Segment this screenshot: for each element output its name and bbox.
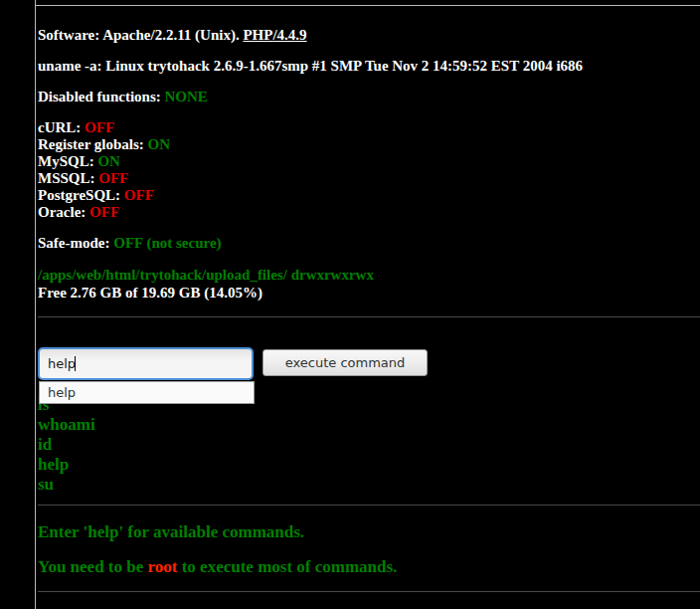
command-history-item: id <box>38 435 700 455</box>
uname-value: Linux trytohack 2.6.9-1.667smp #1 SMP Tu… <box>105 58 583 74</box>
divider <box>38 505 700 506</box>
disabled-functions-label: Disabled functions: <box>38 89 161 104</box>
command-history-list: ls whoami id help su <box>38 395 700 495</box>
uname-label: uname -a: <box>38 58 102 74</box>
status-label: cURL: <box>38 119 81 135</box>
status-mssql: MSSQL: OFF <box>38 170 700 187</box>
autocomplete-item[interactable]: help <box>40 382 254 403</box>
autocomplete-dropdown: help <box>39 381 255 404</box>
command-input-wrapper: help <box>38 347 254 380</box>
safe-mode-value: OFF (not secure) <box>113 235 221 251</box>
directory-permissions: drwxrwxrwx <box>291 267 374 283</box>
root-warning-message: You need to be root to execute most of c… <box>38 558 700 575</box>
software-value: Apache/2.2.11 (Unix). <box>102 27 240 43</box>
status-value: OFF <box>98 170 128 186</box>
feature-status-list: cURL: OFF Register globals: ON MySQL: ON… <box>38 119 700 221</box>
safe-mode-line: Safe-mode: OFF (not secure) <box>38 235 700 252</box>
status-value: ON <box>97 153 120 169</box>
software-line: Software: Apache/2.2.11 (Unix). PHP/4.4.… <box>38 27 700 44</box>
status-value: OFF <box>89 204 119 220</box>
status-mysql: MySQL: ON <box>38 153 700 170</box>
divider <box>38 591 700 592</box>
command-form: help execute command <box>38 347 700 380</box>
disk-free-value: Free 2.76 GB of 19.69 GB (14.05%) <box>38 285 262 301</box>
working-directory-line: /apps/web/html/trytohack/upload_files/ d… <box>38 266 700 284</box>
disabled-functions-line: Disabled functions: NONE <box>38 89 700 105</box>
status-value: OFF <box>85 119 114 135</box>
disabled-functions-value: NONE <box>165 89 208 104</box>
command-history-item: whoami <box>38 415 700 435</box>
root-warning-prefix: You need to be <box>38 557 143 576</box>
status-register-globals: Register globals: ON <box>38 136 700 153</box>
status-postgresql: PostgreSQL: OFF <box>38 187 700 204</box>
status-value: OFF <box>124 187 154 203</box>
execute-command-button[interactable]: execute command <box>262 349 428 376</box>
status-value: ON <box>148 136 171 152</box>
left-frame-border <box>35 0 36 609</box>
status-label: Oracle: <box>38 204 86 220</box>
status-curl: cURL: OFF <box>38 119 700 136</box>
root-word: root <box>148 557 178 576</box>
working-directory-path: /apps/web/html/trytohack/upload_files/ <box>38 267 287 283</box>
uname-line: uname -a: Linux trytohack 2.6.9-1.667smp… <box>38 58 700 75</box>
help-hint-message: Enter 'help' for available commands. <box>38 523 700 540</box>
status-label: MySQL: <box>38 153 94 169</box>
software-label: Software: <box>38 27 99 43</box>
status-label: Register globals: <box>38 136 144 152</box>
disk-free-line: Free 2.76 GB of 19.69 GB (14.05%) <box>38 284 700 302</box>
safe-mode-label: Safe-mode: <box>38 235 109 251</box>
status-label: MSSQL: <box>38 170 95 186</box>
status-oracle: Oracle: OFF <box>38 204 700 221</box>
php-version-link[interactable]: PHP/4.4.9 <box>243 27 306 43</box>
command-input[interactable] <box>38 347 254 380</box>
status-label: PostgreSQL: <box>38 187 120 203</box>
root-warning-suffix: to execute most of commands. <box>182 557 398 576</box>
shell-page: Software: Apache/2.2.11 (Unix). PHP/4.4.… <box>38 6 700 609</box>
text-caret <box>75 356 76 371</box>
command-history-item: su <box>38 475 700 495</box>
divider <box>38 316 700 317</box>
command-history-item: help <box>38 455 700 475</box>
